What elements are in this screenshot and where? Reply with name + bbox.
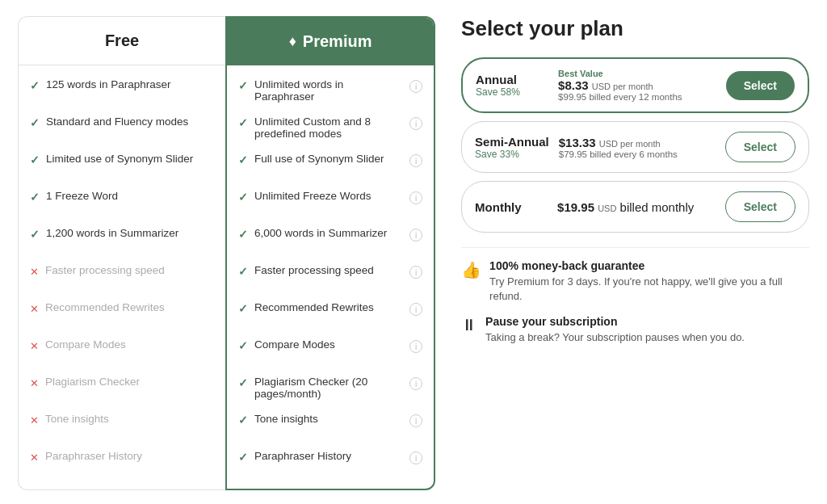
guarantee-text: 100% money-back guaranteeTry Premium for… bbox=[489, 259, 809, 304]
check-icon: ✓ bbox=[238, 191, 248, 204]
free-feature-item: ✓1 Freeze Word bbox=[30, 190, 214, 216]
info-icon[interactable]: i bbox=[409, 340, 422, 353]
premium-feature-item: ✓Paraphraser Historyi bbox=[238, 450, 422, 476]
feature-text: 125 words in Paraphraser bbox=[46, 78, 171, 90]
best-value-badge: Best Value bbox=[558, 69, 716, 78]
feature-text: Full use of Synonym Slider bbox=[254, 153, 384, 165]
info-icon[interactable]: i bbox=[409, 266, 422, 279]
info-icon[interactable]: i bbox=[409, 117, 422, 130]
premium-plan-header: ♦ Premium bbox=[227, 18, 434, 65]
cross-icon: ✕ bbox=[30, 340, 39, 352]
free-feature-item: ✕Recommended Rewrites bbox=[30, 301, 214, 327]
pricing-option-monthly[interactable]: Monthly$19.95 USD billed monthlySelect bbox=[461, 181, 809, 233]
pricing-label: Monthly bbox=[475, 200, 548, 214]
feature-text: 1,200 words in Summarizer bbox=[46, 227, 178, 239]
price-sub: $99.95 billed every 12 months bbox=[558, 92, 716, 102]
pricing-option-annual[interactable]: AnnualSave 58%Best Value$8.33 USD per mo… bbox=[461, 57, 809, 113]
free-feature-item: ✓Limited use of Synonym Slider bbox=[30, 153, 214, 178]
free-feature-item: ✕Plagiarism Checker bbox=[30, 376, 214, 401]
check-icon: ✓ bbox=[30, 79, 40, 92]
price-main: $13.33 USD per month bbox=[559, 136, 716, 149]
check-icon: ✓ bbox=[238, 265, 248, 278]
cross-icon: ✕ bbox=[30, 452, 39, 464]
pricing-label: AnnualSave 58% bbox=[476, 73, 548, 98]
guarantee-text: Pause your subscriptionTaking a break? Y… bbox=[485, 315, 745, 345]
cross-icon: ✕ bbox=[30, 303, 39, 315]
feature-text: Paraphraser History bbox=[45, 450, 142, 462]
main-container: Free ✓125 words in Paraphraser✓Standard … bbox=[18, 16, 809, 490]
pricing-name: Annual bbox=[476, 73, 548, 86]
pricing-save: Save 33% bbox=[475, 149, 549, 160]
premium-plan-card: ♦ Premium ✓Unlimited words in Paraphrase… bbox=[225, 16, 435, 490]
premium-feature-item: ✓Unlimited Custom and 8 predefined modes… bbox=[238, 116, 422, 141]
premium-feature-item: ✓6,000 words in Summarizeri bbox=[238, 227, 422, 253]
info-icon[interactable]: i bbox=[409, 191, 422, 204]
pricing-details: $13.33 USD per month$79.95 billed every … bbox=[559, 136, 716, 159]
info-icon[interactable]: i bbox=[409, 303, 422, 316]
guarantee-description: Try Premium for 3 days. If you're not ha… bbox=[489, 275, 809, 304]
free-feature-item: ✕Compare Modes bbox=[30, 338, 214, 364]
guarantee-section: 👍100% money-back guaranteeTry Premium fo… bbox=[461, 247, 809, 346]
info-icon[interactable]: i bbox=[409, 452, 422, 464]
price-main: $8.33 USD per month bbox=[558, 78, 716, 92]
free-feature-item: ✕Tone insights bbox=[30, 413, 214, 439]
free-feature-item: ✓1,200 words in Summarizer bbox=[30, 227, 214, 253]
free-plan-title: Free bbox=[105, 32, 139, 49]
info-icon[interactable]: i bbox=[409, 229, 422, 242]
premium-plan-title: Premium bbox=[303, 32, 372, 51]
check-icon: ✓ bbox=[238, 302, 248, 315]
premium-feature-item: ✓Unlimited words in Paraphraseri bbox=[238, 78, 422, 104]
premium-feature-item: ✓Tone insightsi bbox=[238, 413, 422, 439]
check-icon: ✓ bbox=[238, 153, 248, 166]
pricing-name: Semi-Annual bbox=[475, 135, 549, 149]
price-sub: $79.95 billed every 6 months bbox=[559, 149, 716, 159]
select-button-semi-annual[interactable]: Select bbox=[725, 132, 796, 162]
info-icon[interactable]: i bbox=[409, 154, 422, 167]
thumbs-up-icon: 👍 bbox=[461, 260, 481, 279]
plans-section: Free ✓125 words in Paraphraser✓Standard … bbox=[18, 16, 435, 490]
check-icon: ✓ bbox=[30, 191, 40, 204]
feature-text: Plagiarism Checker (20 pages/month) bbox=[254, 376, 403, 400]
info-icon[interactable]: i bbox=[409, 377, 422, 390]
free-plan-card: Free ✓125 words in Paraphraser✓Standard … bbox=[18, 16, 225, 490]
guarantee-description: Taking a break? Your subscription pauses… bbox=[485, 330, 745, 345]
pricing-options: AnnualSave 58%Best Value$8.33 USD per mo… bbox=[461, 57, 809, 233]
cross-icon: ✕ bbox=[30, 266, 39, 278]
feature-text: Unlimited words in Paraphraser bbox=[254, 78, 403, 103]
premium-feature-item: ✓Full use of Synonym Slideri bbox=[238, 153, 422, 178]
cross-icon: ✕ bbox=[30, 414, 39, 426]
premium-plan-features: ✓Unlimited words in Paraphraseri✓Unlimit… bbox=[227, 65, 434, 489]
free-feature-item: ✓Standard and Fluency modes bbox=[30, 116, 214, 141]
premium-feature-item: ✓Faster processing speedi bbox=[238, 264, 422, 290]
feature-text: Faster processing speed bbox=[254, 264, 374, 276]
select-button-annual[interactable]: Select bbox=[726, 71, 795, 100]
feature-text: Unlimited Custom and 8 predefined modes bbox=[254, 116, 403, 140]
pricing-details: $19.95 USD billed monthly bbox=[557, 200, 716, 214]
pricing-option-semi-annual[interactable]: Semi-AnnualSave 33%$13.33 USD per month$… bbox=[461, 121, 809, 173]
pricing-label: Semi-AnnualSave 33% bbox=[475, 135, 549, 160]
feature-text: Compare Modes bbox=[45, 338, 126, 351]
cross-icon: ✕ bbox=[30, 377, 39, 389]
feature-text: Tone insights bbox=[45, 413, 109, 425]
select-button-monthly[interactable]: Select bbox=[725, 191, 796, 222]
premium-feature-item: ✓Compare Modesi bbox=[238, 338, 422, 364]
feature-text: Limited use of Synonym Slider bbox=[46, 153, 193, 165]
guarantee-item: 👍100% money-back guaranteeTry Premium fo… bbox=[461, 259, 809, 304]
check-icon: ✓ bbox=[30, 153, 40, 166]
info-icon[interactable]: i bbox=[409, 80, 422, 93]
page-title: Select your plan bbox=[461, 16, 809, 41]
feature-text: Plagiarism Checker bbox=[45, 376, 140, 388]
feature-text: Paraphraser History bbox=[254, 450, 351, 462]
feature-text: 6,000 words in Summarizer bbox=[254, 227, 387, 239]
feature-text: 1 Freeze Word bbox=[46, 190, 118, 202]
feature-text: Recommended Rewrites bbox=[254, 301, 374, 313]
pricing-details: Best Value$8.33 USD per month$99.95 bill… bbox=[558, 69, 716, 102]
feature-text: Standard and Fluency modes bbox=[46, 116, 188, 128]
free-feature-item: ✕Paraphraser History bbox=[30, 450, 214, 476]
free-feature-item: ✓125 words in Paraphraser bbox=[30, 78, 214, 104]
pricing-name: Monthly bbox=[475, 200, 548, 214]
free-feature-item: ✕Faster processing speed bbox=[30, 264, 214, 290]
check-icon: ✓ bbox=[238, 79, 248, 92]
info-icon[interactable]: i bbox=[409, 414, 422, 427]
check-icon: ✓ bbox=[30, 116, 40, 129]
